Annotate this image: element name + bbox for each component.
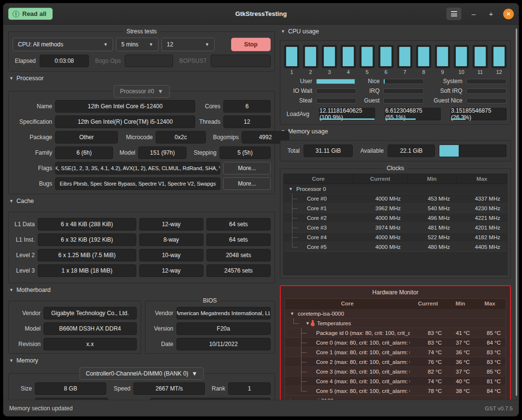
mem-type-detail-field[interactable]: Synchronous (150, 398, 271, 400)
mem-speed-field[interactable]: 2667 MT/s (133, 382, 205, 395)
cache-ways-field[interactable]: 12-way (139, 264, 203, 277)
stress-method-dropdown[interactable]: CPU: All methods▼ (13, 38, 113, 51)
clocks-group-row[interactable]: ▼ Processor 0 (284, 184, 507, 194)
mem-rank-label: Rank (208, 385, 225, 392)
stress-duration-dropdown[interactable]: 5 mins▼ (116, 38, 159, 51)
memory-usage-progressbar (439, 145, 507, 157)
clock-core-row[interactable]: Core #0 4000 MHz 453 MHz 4337 MHz (284, 194, 507, 203)
cache-row: Level 3 1 x 18 MiB (18 MiB) 12-way 24576… (13, 264, 271, 277)
usage-progressbar-fill (384, 79, 385, 84)
model-field[interactable]: 151 (97h) (138, 146, 187, 159)
cache-ways-field[interactable]: 10-way (139, 249, 203, 261)
cache-size-field[interactable]: 1 x 18 MiB (18 MiB) (38, 264, 136, 277)
clock-core-row[interactable]: Core #5 4000 MHz 480 MHz 4405 MHz (284, 242, 507, 252)
cores-field[interactable]: 6 (223, 100, 271, 113)
clock-min: 453 MHz (407, 196, 457, 202)
cache-ways-field[interactable]: 12-way (139, 218, 203, 231)
hwmon-sensor-row[interactable]: Core 0 (max: 80, crit: 100, crit_alarm: … (285, 338, 506, 348)
cache-sets-field[interactable]: 64 sets (206, 218, 271, 231)
cache-size-field[interactable]: 6 x 1.25 MiB (7.5 MiB) (38, 249, 136, 261)
mobo-model-field[interactable]: B660M DS3H AX DDR4 (44, 322, 137, 335)
mem-total-field[interactable]: 31.11 GiB (304, 145, 353, 157)
hamburger-menu-button[interactable] (446, 7, 462, 20)
memory-section-expander[interactable]: ▼ Memory (9, 357, 275, 364)
cache-size-field[interactable]: 6 x 48 KiB (288 KiB) (38, 218, 136, 231)
bios-version-field[interactable]: F20a (176, 322, 271, 335)
read-all-button[interactable]: i Read all (8, 8, 53, 20)
bogomips-label: Bogomips (209, 134, 239, 141)
mobo-revision-field[interactable]: x.x (44, 338, 137, 350)
mobo-revision-label: Revision (13, 341, 41, 348)
tree-connector (288, 242, 300, 251)
hwmon-sensor-row[interactable]: Core 1 (max: 80, crit: 100, crit_alarm: … (285, 348, 506, 357)
cache-sets-field[interactable]: 64 sets (206, 233, 271, 246)
loadavg-field[interactable]: 12.11181640625 (100.9%) (319, 108, 375, 120)
clock-current: 4000 MHz (353, 215, 407, 221)
processor-selector-dropdown[interactable]: Processor #0▼ (114, 85, 170, 98)
clock-core-row[interactable]: Core #2 4000 MHz 496 MHz 4221 MHz (284, 213, 507, 223)
mem-rank-field[interactable]: 1 (228, 382, 271, 395)
cache-sets-field[interactable]: 24576 sets (206, 264, 271, 277)
stress-workers-dropdown[interactable]: 12▼ (161, 38, 215, 51)
family-field[interactable]: 6 (6h) (55, 146, 113, 159)
loadavg-field[interactable]: 6.6123046875 (55.1%) (385, 108, 441, 120)
stop-button[interactable]: Stop (231, 38, 271, 51)
motherboard-section-expander[interactable]: ▼ Motherboard (9, 287, 275, 293)
mem-size-field[interactable]: 8 GB (35, 382, 106, 395)
cache-size-field[interactable]: 6 x 32 KiB (192 KiB) (38, 233, 136, 246)
close-button[interactable]: ✕ (503, 9, 514, 19)
mem-type-field[interactable]: DDR4 (35, 398, 108, 400)
bios-date-field[interactable]: 10/11/2022 (176, 338, 271, 350)
cpu-core-bar (303, 45, 318, 68)
cache-section-expander[interactable]: ▼ Cache (9, 198, 275, 204)
processor-section-expander[interactable]: ▼ Processor (9, 75, 275, 82)
package-field[interactable]: Other (55, 131, 118, 144)
microcode-field[interactable]: 0x2c (156, 131, 206, 144)
elapsed-field[interactable]: 0:03:08 (40, 55, 89, 67)
hwmon-sensor-row[interactable]: Core 4 (max: 80, crit: 100, crit_alarm: … (285, 377, 506, 386)
loadavg-field[interactable]: 3.15185546875 (26.3%) (450, 108, 507, 120)
clock-min: 480 MHz (407, 244, 457, 250)
cache-sets-field[interactable]: 2048 sets (206, 249, 271, 261)
threads-field[interactable]: 12 (223, 116, 271, 128)
bios-version-label: Version (149, 325, 174, 332)
flags-more-button[interactable]: More... (223, 162, 271, 174)
temp-min: 36 °C (447, 359, 475, 365)
flags-field[interactable]: MMX, SSE(1, 2, 3, 3S, 4.1, 4.2), AVX(1, … (55, 162, 220, 174)
specification-field[interactable]: 12th Gen Intel(R) Core(TM) i5-12400 (55, 116, 195, 128)
cpu-core-number: 6 (378, 69, 393, 75)
hwmon-device-row[interactable]: ▼ coretemp-isa-0000 (285, 309, 506, 319)
usage-label: Soft IRQ (428, 87, 463, 94)
clock-core-row[interactable]: Core #4 4000 MHz 522 MHz 4182 MHz (284, 232, 507, 242)
bios-panel: BIOS Vendor American Megatrends Internat… (145, 301, 275, 354)
mobo-vendor-field[interactable]: Gigabyte Technology Co., Ltd. (44, 307, 137, 319)
maximize-button[interactable]: + (486, 9, 496, 19)
usage-label: User (284, 78, 312, 85)
bugs-field[interactable]: Eibrs Pbrsb, Spec Store Bypass, Spectre … (55, 177, 220, 190)
bios-vendor-field[interactable]: American Megatrends International, LL (176, 307, 271, 319)
hwmon-sensor-row[interactable]: Core 5 (max: 80, crit: 100, crit_alarm: … (285, 386, 506, 396)
hwmon-sensor-row[interactable]: Core 2 (max: 80, crit: 100, crit_alarm: … (285, 357, 506, 367)
dimm-selector-dropdown[interactable]: Controller0-ChannelA-DIMM0 (BANK 0)▼ (80, 367, 204, 380)
cpu-core-bar-fill (493, 47, 505, 66)
cpu-usage-section-expander[interactable]: ▼ CPU usage (281, 28, 511, 35)
bopsust-label: BOPSUST (177, 58, 207, 64)
minimize-button[interactable]: – (468, 9, 479, 19)
memory-usage-section-expander[interactable]: ▼ Memory usage (281, 128, 511, 135)
vertical-scrollbar[interactable] (516, 29, 517, 396)
hwmon-category-row[interactable]: ▼ Temperatures (285, 319, 506, 328)
usage-label: Nice (360, 78, 379, 85)
cpu-name-field[interactable]: 12th Gen Intel Core i5-12400 (55, 100, 195, 113)
hwmon-collapsed-device-row[interactable]: ▶ nvme-pci-0100 (285, 396, 506, 400)
chevron-down-icon: ▼ (149, 42, 153, 47)
hwmon-sensor-row[interactable]: Core 3 (max: 80, crit: 100, crit_alarm: … (285, 367, 506, 377)
cache-ways-field[interactable]: 8-way (139, 233, 203, 246)
stepping-field[interactable]: 5 (5h) (219, 146, 271, 159)
clock-core-row[interactable]: Core #3 3974 MHz 481 MHz 4201 MHz (284, 223, 507, 232)
hwmon-sensor-row[interactable]: Package id 0 (max: 80, crit: 100, crit_a… (285, 328, 506, 338)
bugs-more-button[interactable]: More... (223, 177, 271, 190)
cpu-core-bar-fill (324, 47, 335, 66)
clock-core-row[interactable]: Core #1 3962 MHz 540 MHz 4230 MHz (284, 203, 507, 213)
mem-available-field[interactable]: 22.1 GiB (388, 145, 435, 157)
usage-progressbar (316, 98, 356, 103)
